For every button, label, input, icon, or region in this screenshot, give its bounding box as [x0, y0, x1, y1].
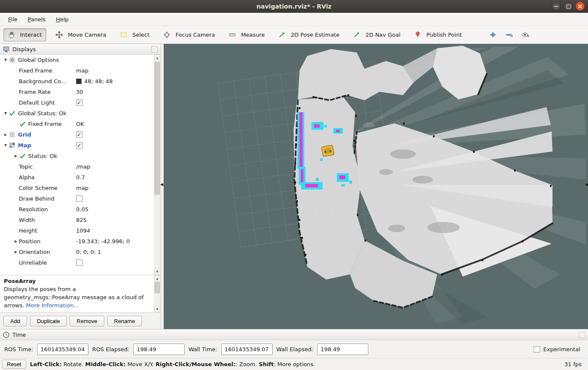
displays-panel-header[interactable]: Displays	[0, 44, 160, 55]
property-value[interactable]: ✓	[76, 142, 154, 149]
panel-splitter[interactable]: ◀	[161, 44, 164, 329]
property-value[interactable]: 0; 0; 0; 1	[76, 249, 154, 255]
experimental-label: Experimental	[543, 346, 580, 353]
checkbox-checked[interactable]: ✓	[76, 131, 82, 138]
expander-open-icon[interactable]: ▼	[3, 58, 9, 62]
more-information-link[interactable]: More Information...	[26, 302, 79, 309]
tool-publish-point[interactable]: Publish Point	[410, 28, 466, 41]
tree-row-topic[interactable]: Topic/map	[0, 161, 154, 172]
titlebar[interactable]: navigation.rviz* - RViz	[0, 0, 588, 13]
3d-viewport[interactable]: ◀	[164, 44, 588, 329]
reset-button[interactable]: Reset	[2, 360, 26, 369]
tree-row-height[interactable]: Height1094	[0, 225, 154, 236]
tool-interact[interactable]: Interact	[3, 28, 46, 41]
tool-focus-camera[interactable]: Focus Camera	[159, 28, 219, 41]
tree-row-map[interactable]: ▼Map✓	[0, 140, 154, 151]
property-value[interactable]	[76, 195, 154, 202]
expander-closed-icon[interactable]: ▶	[13, 239, 19, 243]
add-button[interactable]: Add	[3, 316, 27, 326]
panel-detach-button[interactable]	[579, 332, 585, 338]
scrollbar-thumb[interactable]	[155, 62, 160, 195]
minimize-icon[interactable]	[552, 2, 561, 11]
maximize-icon[interactable]	[564, 2, 573, 11]
tree-row-orientation[interactable]: ▶Orientation0; 0; 0; 1	[0, 247, 154, 257]
add-tool-button[interactable]	[488, 29, 498, 41]
property-value[interactable]: 1094	[76, 227, 154, 234]
tree-row-fixed-frame[interactable]: Fixed FrameOK	[0, 119, 154, 129]
tree-row-fixed-frame[interactable]: Fixed Framemap	[0, 65, 154, 76]
panel-detach-button[interactable]	[151, 46, 158, 52]
tool-2d-nav-goal[interactable]: 2D Nav Goal	[349, 28, 405, 41]
scroll-down-icon[interactable]: ▼	[154, 306, 160, 312]
tree-row-frame-rate[interactable]: Frame Rate30	[0, 87, 154, 97]
tree-row-background-co[interactable]: Background Co…48; 48; 48	[0, 76, 154, 87]
checkbox-checked[interactable]: ✓	[76, 99, 82, 106]
property-value[interactable]: -19.343; -42.996; 0	[76, 238, 154, 245]
menu-item-file[interactable]: File	[3, 14, 22, 25]
scroll-up-icon[interactable]: ▲	[154, 55, 160, 61]
tool-visibility-button[interactable]: ▾	[520, 29, 531, 41]
tree-row-default-light[interactable]: Default Light✓	[0, 97, 154, 108]
tree-scrollbar[interactable]: ▲ ▼	[154, 55, 160, 275]
property-value[interactable]: map	[76, 67, 154, 74]
close-icon[interactable]	[576, 2, 585, 11]
description-scrollbar[interactable]: ▲ ▼	[154, 275, 160, 312]
property-value[interactable]: ✓	[76, 99, 154, 106]
expander-open-icon[interactable]: ▼	[3, 143, 9, 147]
property-value[interactable]: ✓	[76, 131, 154, 138]
scrollbar-track[interactable]	[154, 282, 160, 306]
expander-closed-icon[interactable]: ▶	[13, 250, 19, 254]
property-value[interactable]: 0.7	[76, 174, 154, 181]
wall-elapsed-field[interactable]: 198.49	[317, 344, 368, 355]
expander-open-icon[interactable]: ▼	[3, 111, 9, 115]
collapse-right-icon[interactable]: ◀	[585, 183, 588, 186]
checkbox-checked[interactable]: ✓	[76, 142, 82, 149]
tree-row-color-scheme[interactable]: Color Schememap	[0, 183, 154, 193]
tree-row-unreliable[interactable]: Unreliable	[0, 257, 154, 268]
tree-row-status-ok[interactable]: ▶Status: Ok	[0, 151, 154, 161]
wall-time-field[interactable]: 1601435349.07	[221, 344, 273, 355]
scroll-up-icon[interactable]: ▲	[154, 275, 160, 282]
tree-row-alpha[interactable]: Alpha0.7	[0, 172, 154, 183]
tree-row-resolution[interactable]: Resolution0.05	[0, 204, 154, 215]
remove-button[interactable]: Remove	[70, 316, 104, 326]
tool-select[interactable]: Select	[116, 28, 154, 41]
duplicate-button[interactable]: Duplicate	[30, 316, 67, 326]
property-value[interactable]: 48; 48; 48	[76, 78, 154, 84]
menu-item-help[interactable]: Help	[51, 14, 74, 25]
3d-view-canvas[interactable]	[164, 44, 588, 329]
scrollbar-thumb[interactable]	[155, 282, 160, 293]
rename-button[interactable]: Rename	[107, 316, 142, 326]
checkbox-unchecked[interactable]	[76, 259, 82, 266]
property-value[interactable]	[76, 259, 154, 266]
tree-row-grid[interactable]: ▶Grid✓	[0, 129, 154, 140]
tree-row-position[interactable]: ▶Position-19.343; -42.996; 0	[0, 236, 154, 247]
time-panel-header[interactable]: Time	[0, 329, 588, 340]
ros-elapsed-field[interactable]: 198.49	[133, 344, 185, 355]
property-value[interactable]: 30	[76, 89, 154, 95]
remove-tool-button[interactable]: ▾	[503, 29, 514, 41]
tool-2d-pose-estimate[interactable]: 2D Pose Estimate	[274, 28, 344, 41]
menu-item-panels[interactable]: Panels	[23, 14, 50, 25]
tree-row-global-options[interactable]: ▼Global Options	[0, 55, 154, 65]
help-bold: Right-Click/Mouse Wheel:	[156, 361, 235, 367]
experimental-checkbox[interactable]	[534, 346, 540, 353]
property-value[interactable]: 0.05	[76, 206, 154, 213]
tree-row-global-status-ok[interactable]: ▼Global Status: Ok	[0, 108, 154, 119]
property-value[interactable]: map	[76, 185, 154, 191]
property-value[interactable]: OK	[76, 121, 154, 127]
expander-closed-icon[interactable]: ▶	[3, 133, 9, 137]
scroll-down-icon[interactable]: ▼	[154, 268, 160, 275]
tree-row-draw-behind[interactable]: Draw Behind	[0, 193, 154, 204]
collapse-left-icon[interactable]: ◀	[160, 183, 163, 186]
ros-time-field[interactable]: 1601435349.04	[37, 344, 88, 355]
tool-measure[interactable]: Measure	[224, 28, 269, 41]
menu-bar: FilePanelsHelp	[0, 13, 588, 26]
tool-move-camera[interactable]: Move Camera	[51, 28, 111, 41]
property-value[interactable]: /map	[76, 163, 154, 170]
property-value[interactable]: 825	[76, 217, 154, 223]
expander-closed-icon[interactable]: ▶	[13, 154, 19, 158]
scrollbar-track[interactable]	[154, 61, 160, 268]
checkbox-unchecked[interactable]	[76, 195, 82, 202]
tree-row-width[interactable]: Width825	[0, 215, 154, 225]
